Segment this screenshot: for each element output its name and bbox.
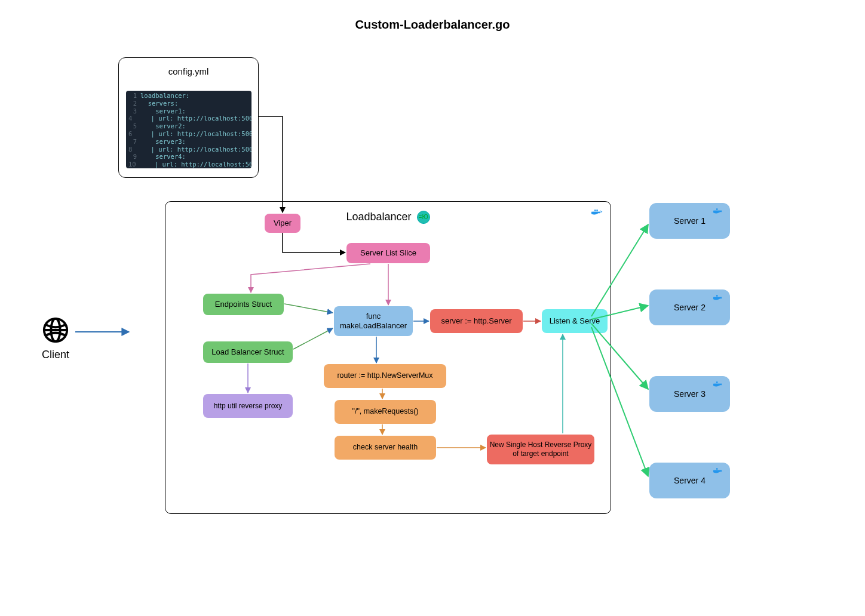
diagram-title: Custom-Loaderbalancer.go — [0, 18, 865, 32]
server-3-label: Server 3 — [674, 389, 706, 399]
endpoints-node: Endpoints Struct — [203, 294, 284, 315]
docker-icon — [591, 208, 603, 216]
listen-serve-node: Listen & Serve — [542, 309, 608, 333]
server-2: Server 2 — [649, 289, 730, 325]
server-1-label: Server 1 — [674, 216, 706, 226]
docker-icon — [713, 466, 725, 475]
docker-icon — [713, 380, 725, 388]
loadbalancer-title-text: Loadbalancer — [346, 211, 411, 223]
server-list-node: Server List Slice — [346, 243, 430, 263]
client-block: Client — [42, 316, 69, 361]
new-single-proxy-node: New Single Host Reverse Proxy of target … — [487, 435, 594, 464]
go-icon: =Ю — [417, 211, 430, 224]
docker-icon — [713, 207, 725, 215]
server-4-label: Server 4 — [674, 476, 706, 485]
lb-struct-node: Load Balancer Struct — [203, 341, 293, 363]
server-1: Server 1 — [649, 203, 730, 239]
config-box: config.yml 1loadbalancer:2 servers:3 ser… — [118, 57, 259, 178]
make-lb-node: func makeLoadBalancer — [334, 306, 413, 336]
docker-icon — [713, 293, 725, 301]
config-code: 1loadbalancer:2 servers:3 server1:4 | ur… — [126, 91, 251, 168]
check-health-node: check server health — [335, 436, 436, 460]
router-node: router := http.NewServerMux — [324, 364, 446, 388]
make-req-node: "/", makeRequests() — [335, 400, 436, 424]
loadbalancer-title: Loadbalancer =Ю — [165, 211, 611, 224]
reverse-proxy-node: http util reverse proxy — [203, 394, 293, 418]
server-4: Server 4 — [649, 463, 730, 498]
globe-icon — [42, 316, 69, 344]
server-3: Server 3 — [649, 376, 730, 412]
config-title: config.yml — [119, 66, 258, 76]
client-label: Client — [42, 349, 69, 361]
viper-node: Viper — [265, 214, 300, 233]
http-server-node: server := http.Server — [430, 309, 523, 333]
server-2-label: Server 2 — [674, 303, 706, 312]
